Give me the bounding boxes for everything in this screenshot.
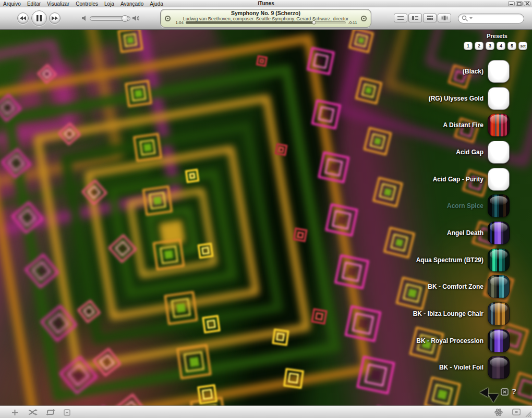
view-grid-icon bbox=[427, 16, 433, 20]
pause-button[interactable] bbox=[31, 10, 47, 26]
lcd-genius-icon[interactable] bbox=[361, 16, 367, 21]
visualizer-icon[interactable] bbox=[494, 408, 503, 416]
preset-label: Acorn Spice bbox=[447, 202, 483, 210]
preset-row: (RG) Ulysses Gold bbox=[402, 85, 532, 112]
status-bar bbox=[0, 405, 532, 418]
preset-row: BK - Violet Foil bbox=[402, 354, 532, 382]
preset-label: BK - Royal Procession bbox=[416, 337, 483, 345]
view-list-icon bbox=[397, 16, 404, 20]
elapsed-time: 1:04 bbox=[174, 20, 184, 25]
preset-swatch-button[interactable] bbox=[488, 168, 510, 191]
preset-slot-5[interactable]: 5 bbox=[507, 42, 516, 50]
search-box bbox=[458, 14, 524, 23]
lcd-display: Symphony No. 9 (Scherzo) Ludwig van Beet… bbox=[160, 9, 371, 28]
eject-icon[interactable] bbox=[512, 409, 521, 415]
preset-row: BK - Royal Procession bbox=[402, 327, 532, 354]
add-playlist-icon[interactable] bbox=[11, 409, 18, 416]
close-icon bbox=[525, 2, 529, 6]
itunes-window: ArquivoEditarVisualizarControlesLojaAvan… bbox=[0, 0, 532, 418]
presets-heading: Presets bbox=[487, 33, 507, 39]
preset-help-icon[interactable]: ? bbox=[512, 387, 516, 396]
menu-item-controles[interactable]: Controles bbox=[76, 1, 98, 7]
pause-icon bbox=[37, 15, 42, 21]
preset-row: Angel Death bbox=[402, 219, 532, 247]
preset-row: Acid Gap - Purity bbox=[402, 166, 532, 193]
preset-slot-set[interactable]: set bbox=[518, 42, 527, 50]
search-input[interactable] bbox=[474, 15, 521, 22]
progress-fill bbox=[186, 21, 314, 24]
rewind-icon bbox=[20, 16, 26, 20]
preset-swatch-button[interactable] bbox=[488, 87, 510, 110]
preset-swatch-button[interactable] bbox=[488, 114, 510, 137]
view-grid-button[interactable] bbox=[423, 14, 437, 22]
show-artwork-icon[interactable] bbox=[64, 409, 70, 416]
resize-grip[interactable] bbox=[525, 411, 531, 417]
window-controls bbox=[508, 1, 530, 6]
menu-item-ajuda[interactable]: Ajuda bbox=[150, 1, 163, 7]
menu-bar: ArquivoEditarVisualizarControlesLojaAvan… bbox=[3, 0, 163, 7]
preset-prev-arrow[interactable] bbox=[480, 388, 488, 397]
preset-slot-3[interactable]: 3 bbox=[486, 42, 494, 50]
visualizer-canvas: Presets 12345set (Black)(RG) Ulysses Gol… bbox=[0, 30, 532, 405]
preset-row: Acid Gap bbox=[402, 139, 532, 166]
search-options-chevron-icon[interactable] bbox=[469, 17, 473, 20]
preset-swatch-button[interactable] bbox=[488, 356, 510, 379]
menu-item-avançado[interactable]: Avançado bbox=[120, 1, 143, 7]
preset-label: (RG) Ulysses Gold bbox=[429, 95, 483, 102]
view-list-button[interactable] bbox=[394, 14, 407, 22]
preset-swatch-button[interactable] bbox=[488, 302, 510, 325]
menu-item-visualizar[interactable]: Visualizar bbox=[47, 1, 69, 7]
preset-label: A Distant Fire bbox=[443, 121, 483, 129]
view-coverflow-icon bbox=[441, 16, 448, 20]
maximize-button[interactable] bbox=[516, 1, 523, 6]
forward-button[interactable] bbox=[49, 13, 61, 24]
preset-swatch-button[interactable] bbox=[488, 329, 510, 352]
preset-swatch-button[interactable] bbox=[488, 194, 510, 217]
preset-close-icon[interactable] bbox=[501, 388, 509, 396]
toolbar: Symphony No. 9 (Scherzo) Ludwig van Beet… bbox=[0, 7, 532, 30]
preset-swatch-button[interactable] bbox=[488, 141, 510, 164]
minimize-icon bbox=[509, 2, 514, 5]
repeat-icon[interactable] bbox=[46, 409, 55, 415]
preset-label: BK - Violet Foil bbox=[439, 364, 483, 371]
preset-swatch-button[interactable] bbox=[488, 60, 510, 83]
preset-slot-2[interactable]: 2 bbox=[475, 42, 483, 50]
menu-item-editar[interactable]: Editar bbox=[27, 1, 41, 7]
track-title: Symphony No. 9 (Scherzo) bbox=[161, 10, 371, 16]
preset-row: Acorn Spice bbox=[402, 192, 532, 219]
rewind-button[interactable] bbox=[17, 13, 29, 24]
preset-label: (Black) bbox=[463, 68, 483, 75]
view-coverflow-button[interactable] bbox=[438, 14, 451, 22]
maximize-icon bbox=[517, 2, 522, 6]
shuffle-icon[interactable] bbox=[28, 409, 38, 415]
preset-row: (Black) bbox=[402, 58, 532, 85]
preset-slot-1[interactable]: 1 bbox=[464, 42, 473, 50]
lcd-mode-icon[interactable] bbox=[165, 16, 171, 21]
progress-bar[interactable] bbox=[186, 21, 346, 24]
minimize-button[interactable] bbox=[508, 1, 515, 6]
volume-slider[interactable] bbox=[90, 16, 130, 21]
preset-slot-4[interactable]: 4 bbox=[497, 42, 505, 50]
preset-row: BK - Comfort Zone bbox=[402, 274, 532, 301]
preset-next-arrow[interactable] bbox=[488, 394, 499, 402]
preset-label: Acid Gap bbox=[456, 149, 483, 156]
volume-low-icon bbox=[82, 16, 87, 21]
preset-swatch-button[interactable] bbox=[488, 275, 510, 298]
preset-row: A Distant Fire bbox=[402, 112, 532, 139]
preset-row: BK - Ibiza Lounge Chair bbox=[402, 300, 532, 327]
forward-icon bbox=[52, 16, 58, 20]
menu-item-arquivo[interactable]: Arquivo bbox=[3, 1, 21, 7]
title-bar: ArquivoEditarVisualizarControlesLojaAvan… bbox=[0, 0, 532, 7]
preset-label: Aqua Spectrum (BT29) bbox=[416, 256, 483, 264]
volume-knob[interactable] bbox=[122, 15, 128, 22]
preset-label: BK - Comfort Zone bbox=[428, 283, 483, 290]
view-album-button[interactable] bbox=[408, 14, 422, 22]
preset-swatch-button[interactable] bbox=[488, 222, 510, 244]
close-button[interactable] bbox=[524, 1, 530, 6]
preset-swatch-button[interactable] bbox=[488, 249, 510, 272]
preset-label: Angel Death bbox=[447, 229, 483, 237]
preset-slot-row: 12345set bbox=[464, 42, 527, 50]
menu-item-loja[interactable]: Loja bbox=[104, 1, 114, 7]
preset-list: (Black)(RG) Ulysses GoldA Distant FireAc… bbox=[402, 58, 532, 381]
progress-knob[interactable] bbox=[312, 20, 316, 24]
